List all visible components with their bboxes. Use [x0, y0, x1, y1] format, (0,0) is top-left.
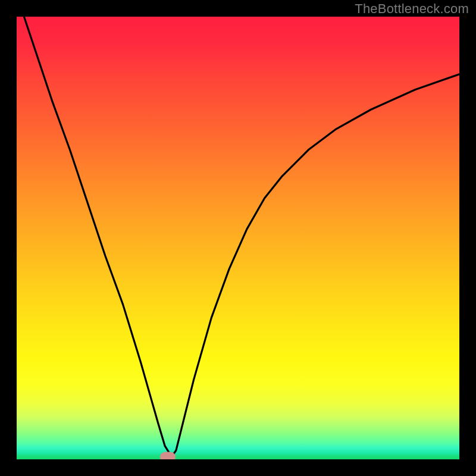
curve-path: [17, 17, 459, 457]
plot-area: [17, 17, 459, 459]
bottleneck-curve: [17, 17, 459, 459]
watermark-text: TheBottleneck.com: [355, 1, 469, 17]
chart-container: TheBottleneck.com: [0, 0, 476, 476]
optimum-marker: [160, 452, 176, 459]
